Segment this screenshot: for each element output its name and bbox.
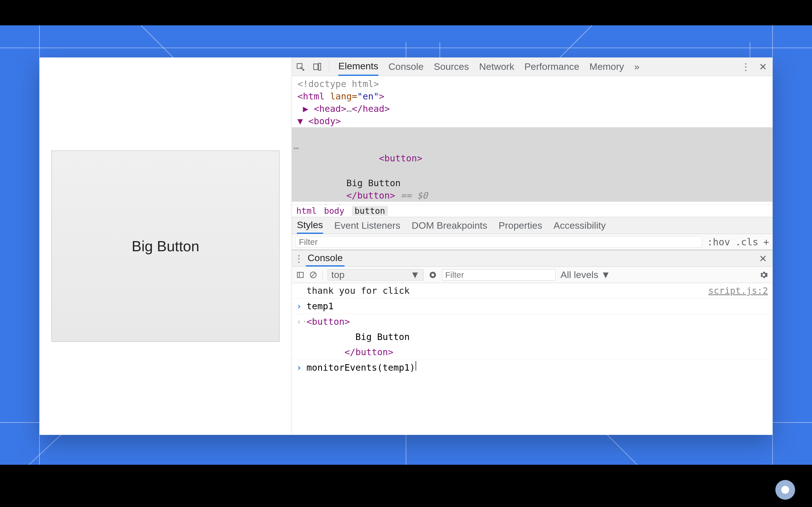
console-current-input[interactable]: › monitorEvents(temp1) <box>292 360 772 375</box>
crumb-body[interactable]: body <box>324 206 344 216</box>
console-output-row[interactable]: Big Button <box>292 329 772 344</box>
styles-filter-input[interactable] <box>295 236 702 247</box>
tab-network[interactable]: Network <box>479 57 514 76</box>
console-input-text: monitorEvents(temp1) <box>306 361 415 374</box>
subtab-accessibility[interactable]: Accessibility <box>553 220 606 231</box>
crumb-button[interactable]: button <box>352 206 388 216</box>
devtools-toolbar: Elements Console Sources Network Perform… <box>292 57 772 76</box>
dom-line-body-close[interactable]: </body> <box>292 202 772 205</box>
device-mode-icon[interactable] <box>309 62 326 71</box>
input-chevron-icon: › <box>296 361 306 374</box>
console-output-row[interactable]: ‹· <button> <box>292 314 772 329</box>
kebab-menu-icon[interactable]: ⋮ <box>741 61 751 72</box>
console-settings-icon[interactable] <box>760 271 768 279</box>
tab-sources[interactable]: Sources <box>434 57 469 76</box>
inspect-icon[interactable] <box>292 62 309 71</box>
subtab-event-listeners[interactable]: Event Listeners <box>335 220 400 231</box>
cls-button[interactable]: .cls <box>735 236 758 247</box>
console-drawer-tabbar: ⋮ Console ✕ <box>292 250 772 267</box>
rendered-page: Big Button <box>40 57 292 435</box>
dom-line[interactable]: <!doctype html> <box>292 78 772 90</box>
dom-line[interactable]: <html lang="en"> <box>292 90 772 103</box>
elements-tree[interactable]: <!doctype html> <html lang="en"> ▶ <head… <box>292 76 772 205</box>
big-button[interactable]: Big Button <box>51 151 280 342</box>
dom-selected-close[interactable]: </button> == $0 <box>292 189 772 202</box>
sidebar-toggle-icon[interactable] <box>296 271 304 279</box>
log-levels-select[interactable]: All levels ▼ <box>560 269 610 280</box>
output-chevron-icon: ‹· <box>296 315 306 328</box>
close-icon[interactable]: ✕ <box>759 61 767 72</box>
svg-rect-13 <box>314 64 318 69</box>
console-filter-input[interactable] <box>442 269 555 281</box>
svg-rect-15 <box>297 272 303 277</box>
subtab-styles[interactable]: Styles <box>297 217 323 234</box>
subtab-properties[interactable]: Properties <box>499 220 542 231</box>
drawer-close-icon[interactable]: ✕ <box>759 253 767 264</box>
tab-console[interactable]: Console <box>389 57 424 76</box>
presentation-stage: Big Button Elements Console Sources Netw… <box>0 25 812 465</box>
devtools-tabs: Elements Console Sources Network Perform… <box>338 57 640 76</box>
styles-subtabs: Styles Event Listeners DOM Breakpoints P… <box>292 217 772 234</box>
svg-line-18 <box>311 273 315 277</box>
app-window: Big Button Elements Console Sources Netw… <box>40 57 772 435</box>
console-log-row[interactable]: thank you for click script.js:2 <box>292 283 772 298</box>
svg-point-20 <box>432 274 434 276</box>
drawer-menu-icon[interactable]: ⋮ <box>292 253 306 264</box>
subtab-dom-breakpoints[interactable]: DOM Breakpoints <box>412 220 487 231</box>
dom-selected-open[interactable]: … <button> <box>292 127 772 177</box>
context-selector[interactable]: top ▼ <box>327 269 423 281</box>
crumb-html[interactable]: html <box>296 206 317 216</box>
clear-console-icon[interactable] <box>309 271 317 279</box>
console-toolbar: top ▼ All levels ▼ <box>292 267 772 283</box>
console-input-text: temp1 <box>306 300 334 313</box>
console-input-row[interactable]: › temp1 <box>292 298 772 314</box>
tab-memory[interactable]: Memory <box>590 57 624 76</box>
breadcrumb: html body button <box>292 205 772 217</box>
input-chevron-icon: › <box>296 300 306 313</box>
dom-line-head[interactable]: ▶ <head>…</head> <box>292 103 772 115</box>
tab-overflow-icon[interactable]: » <box>634 57 640 76</box>
text-caret <box>416 361 416 371</box>
divider <box>322 270 322 280</box>
chevron-down-icon: ▼ <box>410 269 420 280</box>
devtools-panel: Elements Console Sources Network Perform… <box>292 57 772 435</box>
dom-line-body[interactable]: ▼ <body> <box>292 115 772 127</box>
console-log-source[interactable]: script.js:2 <box>708 284 768 297</box>
context-label: top <box>331 269 345 280</box>
tab-elements[interactable]: Elements <box>338 57 378 76</box>
console-output[interactable]: thank you for click script.js:2 › temp1 … <box>292 283 772 435</box>
styles-filter-row: :hov .cls + <box>292 234 772 250</box>
console-output-row[interactable]: </button> <box>292 344 772 360</box>
console-log-msg: thank you for click <box>306 284 410 297</box>
svg-rect-14 <box>319 63 321 70</box>
dom-selected-text[interactable]: Big Button <box>292 177 772 189</box>
tab-performance[interactable]: Performance <box>524 57 579 76</box>
hov-button[interactable]: :hov <box>707 236 730 247</box>
new-style-rule-icon[interactable]: + <box>763 236 769 247</box>
chrome-logo-icon <box>775 480 795 500</box>
drawer-tab-console[interactable]: Console <box>306 250 345 267</box>
console-drawer: ⋮ Console ✕ top ▼ <box>292 250 772 435</box>
live-expression-icon[interactable] <box>428 271 437 279</box>
